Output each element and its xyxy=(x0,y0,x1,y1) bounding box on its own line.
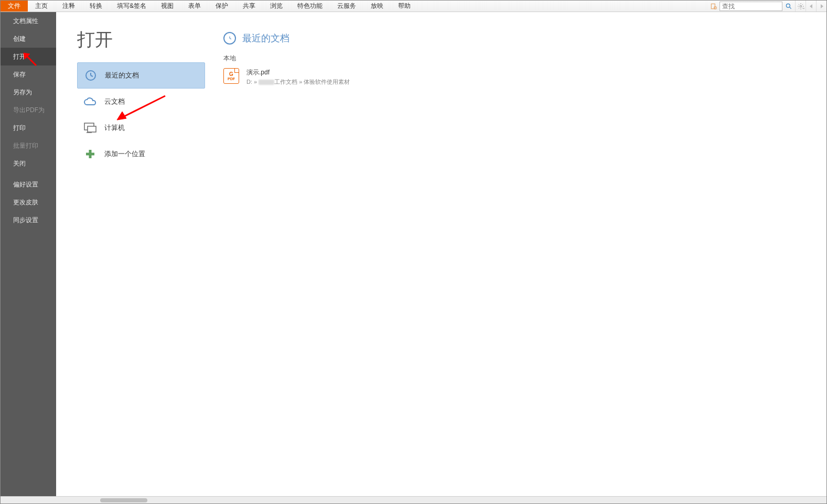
cloud-icon xyxy=(83,95,97,108)
menubar: 文件 主页 注释 转换 填写&签名 视图 表单 保护 共享 浏览 特色功能 云服… xyxy=(1,1,826,12)
sidebar-item-saveas[interactable]: 另存为 xyxy=(1,83,56,101)
svg-line-3 xyxy=(789,7,791,9)
svg-line-10 xyxy=(91,75,93,76)
menu-tab-cloud[interactable]: 云服务 xyxy=(330,1,363,12)
page-title: 打开 xyxy=(77,28,206,52)
location-recent-label: 最近的文档 xyxy=(105,71,139,80)
menu-tab-form[interactable]: 表单 xyxy=(181,1,208,12)
sidebar-item-close[interactable]: 关闭 xyxy=(1,155,56,172)
file-sidebar: 文档属性 创建 打开 保存 另存为 导出PDF为 打印 批量打印 关闭 偏好设置… xyxy=(1,12,56,496)
file-name: 演示.pdf xyxy=(246,68,350,77)
settings-dropdown-icon[interactable] xyxy=(795,1,805,12)
svg-rect-12 xyxy=(88,126,96,132)
file-path: D: » 工作文档 » 体验软件使用素材 xyxy=(246,78,350,86)
sidebar-item-export[interactable]: 导出PDF为 xyxy=(1,101,56,119)
location-computer[interactable]: 计算机 xyxy=(77,115,205,141)
sidebar-item-open[interactable]: 打开 xyxy=(1,48,56,65)
locations-column: 打开 最近的文档 云文档 计算机 xyxy=(56,12,206,496)
location-cloud[interactable]: 云文档 xyxy=(77,89,205,115)
menu-tab-comment[interactable]: 注释 xyxy=(55,1,82,12)
nav-next-icon[interactable] xyxy=(816,1,826,12)
menu-tab-help[interactable]: 帮助 xyxy=(391,1,418,12)
svg-marker-6 xyxy=(810,4,812,8)
sidebar-item-print[interactable]: 打印 xyxy=(1,119,56,137)
menu-tab-view[interactable]: 视图 xyxy=(154,1,181,12)
sidebar-item-batchprint[interactable]: 批量打印 xyxy=(1,137,56,155)
recent-file-row[interactable]: G PDF 演示.pdf D: » 工作文档 » 体验软件使用素材 xyxy=(223,66,826,88)
svg-point-4 xyxy=(800,5,802,7)
nav-prev-icon[interactable] xyxy=(805,1,816,12)
location-add-label: 添加一个位置 xyxy=(104,149,145,159)
sidebar-item-properties[interactable]: 文档属性 xyxy=(1,12,56,30)
location-recent[interactable]: 最近的文档 xyxy=(77,62,205,89)
location-add[interactable]: 添加一个位置 xyxy=(77,141,205,167)
sidebar-item-sync[interactable]: 同步设置 xyxy=(1,211,56,229)
find-in-doc-icon[interactable] xyxy=(709,1,718,12)
file-info: 演示.pdf D: » 工作文档 » 体验软件使用素材 xyxy=(246,68,350,86)
recent-header-title: 最近的文档 xyxy=(242,32,289,45)
recent-header: 最近的文档 xyxy=(223,32,826,45)
menu-tab-slideshow[interactable]: 放映 xyxy=(363,1,391,12)
open-content: 打开 最近的文档 云文档 计算机 xyxy=(56,12,826,496)
menu-tab-browse[interactable]: 浏览 xyxy=(263,1,290,12)
search-input[interactable] xyxy=(719,2,782,11)
location-computer-label: 计算机 xyxy=(104,123,125,133)
menu-tab-file[interactable]: 文件 xyxy=(1,1,28,12)
recent-files-column: 最近的文档 本地 G PDF 演示.pdf D: » 工作文档 » 体验软件使用… xyxy=(206,12,826,496)
svg-marker-5 xyxy=(803,8,804,9)
menu-tab-features[interactable]: 特色功能 xyxy=(290,1,330,12)
svg-marker-7 xyxy=(821,4,823,8)
menu-tab-fill-sign[interactable]: 填写&签名 xyxy=(110,1,154,12)
search-go-icon[interactable] xyxy=(782,1,795,12)
pdf-icon: G PDF xyxy=(223,68,239,84)
sidebar-item-create[interactable]: 创建 xyxy=(1,30,56,48)
menu-tab-protect[interactable]: 保护 xyxy=(208,1,235,12)
sidebar-item-save[interactable]: 保存 xyxy=(1,65,56,83)
menu-tab-share[interactable]: 共享 xyxy=(235,1,263,12)
svg-point-1 xyxy=(714,6,717,9)
menu-tab-home[interactable]: 主页 xyxy=(28,1,55,12)
plus-icon xyxy=(83,147,97,161)
sidebar-item-preferences[interactable]: 偏好设置 xyxy=(1,176,56,193)
clock-icon xyxy=(223,32,236,45)
location-cloud-label: 云文档 xyxy=(104,97,125,106)
blurred-segment xyxy=(259,80,274,85)
recent-group-label: 本地 xyxy=(223,54,826,63)
menu-tab-convert[interactable]: 转换 xyxy=(82,1,110,12)
sidebar-item-skin[interactable]: 更改皮肤 xyxy=(1,193,56,211)
scrollbar-thumb[interactable] xyxy=(100,498,147,502)
computer-icon xyxy=(83,121,97,135)
svg-rect-0 xyxy=(711,4,715,8)
clock-icon xyxy=(84,69,98,82)
main-area: 文档属性 创建 打开 保存 另存为 导出PDF为 打印 批量打印 关闭 偏好设置… xyxy=(1,12,826,496)
statusbar xyxy=(1,496,826,503)
svg-line-17 xyxy=(230,38,231,39)
